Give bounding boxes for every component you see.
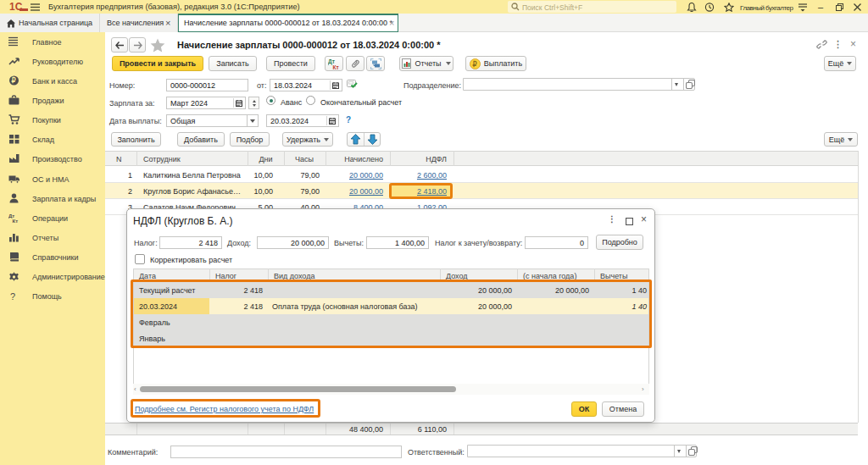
svg-text:?: ? — [10, 291, 15, 302]
svg-text:₽: ₽ — [472, 59, 476, 68]
svg-text:₽: ₽ — [12, 76, 16, 85]
svg-text:Дт: Дт — [8, 213, 14, 218]
svg-text:Кт: Кт — [333, 64, 339, 69]
svg-text:Кт: Кт — [13, 219, 19, 224]
